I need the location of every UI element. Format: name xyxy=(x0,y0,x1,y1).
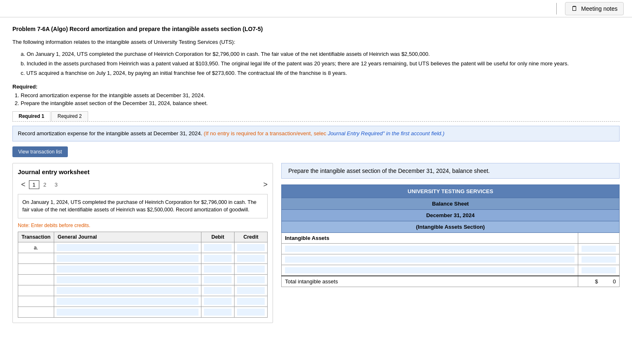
col-transaction: Transaction xyxy=(18,232,54,242)
journal-worksheet: Journal entry worksheet < 1 2 3 > On Jan… xyxy=(12,163,273,323)
journal-worksheet-title: Journal entry worksheet xyxy=(18,168,268,175)
credit-cell[interactable] xyxy=(235,296,268,307)
bs-amount-1[interactable] xyxy=(578,243,620,254)
debit-input[interactable] xyxy=(204,287,232,294)
bs-amount-input-1[interactable] xyxy=(582,246,616,252)
credit-cell[interactable] xyxy=(235,264,268,275)
prev-arrow[interactable]: < xyxy=(18,180,29,189)
bs-label-input-2[interactable] xyxy=(285,256,575,263)
tabs-container: Required 1 Required 2 xyxy=(12,111,620,122)
journal-cell[interactable] xyxy=(54,307,201,318)
journal-input[interactable] xyxy=(57,298,199,305)
journal-input[interactable] xyxy=(57,287,199,294)
bs-row-2 xyxy=(282,254,620,265)
required-section: Required: Record amortization expense fo… xyxy=(12,84,620,106)
next-arrow[interactable]: > xyxy=(263,180,268,189)
transaction-cell xyxy=(18,296,54,307)
debit-cell[interactable] xyxy=(201,296,235,307)
page-3[interactable]: 3 xyxy=(55,182,57,188)
debit-cell[interactable] xyxy=(201,307,235,318)
bs-label-input-1[interactable] xyxy=(285,246,575,252)
bs-row-3 xyxy=(282,265,620,276)
journal-cell[interactable] xyxy=(54,242,201,253)
tab-required-1[interactable]: Required 1 xyxy=(12,111,50,121)
credit-input[interactable] xyxy=(237,298,265,305)
bs-label-3[interactable] xyxy=(282,265,578,276)
debit-input[interactable] xyxy=(204,298,232,305)
debit-cell[interactable] xyxy=(201,264,235,275)
debit-input[interactable] xyxy=(204,309,232,316)
bs-header-company: UNIVERSITY TESTING SERVICES xyxy=(282,184,620,198)
credit-cell[interactable] xyxy=(235,253,268,264)
table-row xyxy=(18,307,268,318)
credit-cell[interactable] xyxy=(235,307,268,318)
credit-input[interactable] xyxy=(237,287,265,294)
table-row xyxy=(18,253,268,264)
bs-header-title: Balance Sheet xyxy=(282,198,620,209)
debit-cell[interactable] xyxy=(201,242,235,253)
two-column-layout: Journal entry worksheet < 1 2 3 > On Jan… xyxy=(12,163,620,323)
bs-label-2[interactable] xyxy=(282,254,578,265)
transaction-cell xyxy=(18,307,54,318)
journal-cell[interactable] xyxy=(54,285,201,296)
dollar-sign: $ xyxy=(595,278,598,285)
credit-input[interactable] xyxy=(237,266,265,273)
instruction-box: Record amortization expense for the inta… xyxy=(12,126,620,141)
journal-input[interactable] xyxy=(57,309,199,316)
debit-input[interactable] xyxy=(204,276,232,283)
debit-input[interactable] xyxy=(204,244,232,251)
credit-cell[interactable] xyxy=(235,242,268,253)
credit-input[interactable] xyxy=(237,255,265,262)
meeting-notes-label: Meeting notes xyxy=(581,5,618,12)
debit-input[interactable] xyxy=(204,255,232,262)
meeting-notes-button[interactable]: 🗒 Meeting notes xyxy=(565,2,624,15)
journal-table: Transaction General Journal Debit Credit… xyxy=(18,232,268,318)
bs-label-input-3[interactable] xyxy=(285,267,575,273)
tab-required-2[interactable]: Required 2 xyxy=(51,111,88,121)
bs-amount-2[interactable] xyxy=(578,254,620,265)
bs-header-section: (Intangible Assets Section) xyxy=(282,221,620,232)
bs-amount-3[interactable] xyxy=(578,265,620,276)
list-item: a. On January 1, 2024, UTS completed the… xyxy=(21,51,620,57)
balance-sheet-table: UNIVERSITY TESTING SERVICES Balance Shee… xyxy=(281,184,620,287)
journal-nav: < 1 2 3 > xyxy=(18,180,268,189)
journal-cell[interactable] xyxy=(54,275,201,285)
journal-input[interactable] xyxy=(57,255,199,262)
bs-label-1[interactable] xyxy=(282,243,578,254)
left-column: Journal entry worksheet < 1 2 3 > On Jan… xyxy=(12,163,273,323)
journal-input[interactable] xyxy=(57,244,199,251)
journal-cell[interactable] xyxy=(54,296,201,307)
required-item-1: Record amortization expense for the inta… xyxy=(21,92,620,98)
view-transaction-list-button[interactable]: View transaction list xyxy=(12,146,68,157)
credit-input[interactable] xyxy=(237,244,265,251)
bs-amount-input-2[interactable] xyxy=(582,256,616,263)
page-2[interactable]: 2 xyxy=(43,182,46,188)
credit-input[interactable] xyxy=(237,276,265,283)
journal-cell[interactable] xyxy=(54,253,201,264)
table-row xyxy=(18,264,268,275)
debit-cell[interactable] xyxy=(201,275,235,285)
info-list: a. On January 1, 2024, UTS completed the… xyxy=(21,51,620,76)
meeting-notes-icon: 🗒 xyxy=(571,5,578,12)
transaction-cell xyxy=(18,264,54,275)
debit-cell[interactable] xyxy=(201,253,235,264)
journal-input[interactable] xyxy=(57,276,199,283)
journal-cell[interactable] xyxy=(54,264,201,275)
total-amount-value: 0 xyxy=(613,278,616,285)
journal-input[interactable] xyxy=(57,266,199,273)
prepare-instruction: Prepare the intangible asset section of … xyxy=(281,163,620,179)
right-column: Prepare the intangible asset section of … xyxy=(281,163,620,287)
list-item: b. Included in the assets purchased from… xyxy=(21,60,620,67)
problem-title: Problem 7-6A (Algo) Record amortization … xyxy=(12,26,620,32)
credit-cell[interactable] xyxy=(235,285,268,296)
credit-cell[interactable] xyxy=(235,275,268,285)
credit-input[interactable] xyxy=(237,309,265,316)
required-item-2: Prepare the intangible asset section of … xyxy=(21,100,620,106)
total-label: Total intangible assets xyxy=(282,276,578,287)
divider xyxy=(556,3,557,14)
bs-amount-input-3[interactable] xyxy=(582,267,616,273)
intangible-amount-header xyxy=(578,232,620,243)
col-credit: Credit xyxy=(235,232,268,242)
debit-input[interactable] xyxy=(204,266,232,273)
debit-cell[interactable] xyxy=(201,285,235,296)
